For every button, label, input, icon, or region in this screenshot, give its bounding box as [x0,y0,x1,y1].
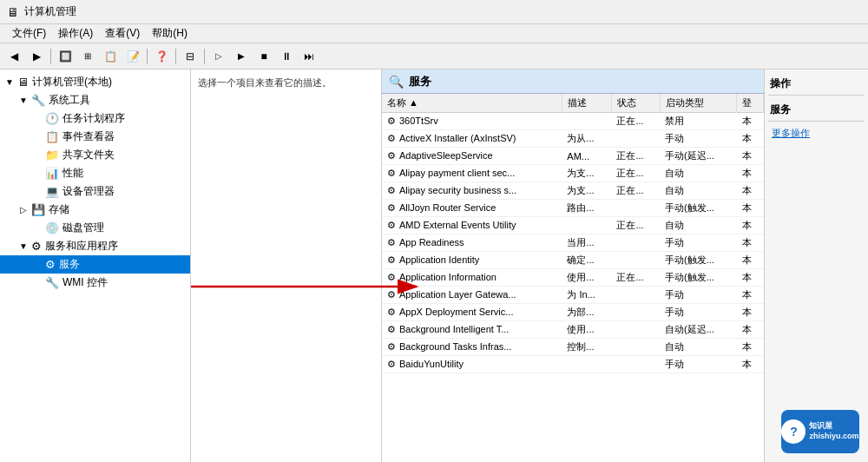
cell-8-0: ⚙Application Identity [382,252,562,269]
cell-0-2: 正在... [611,113,660,130]
view1-button[interactable]: 🔲 [55,47,76,66]
tree-item-7[interactable]: ▷💾存储 [0,201,190,219]
cell-5-2 [611,200,660,217]
tree-item-0[interactable]: ▼🖥计算机管理(本地) [0,73,190,91]
tree-button[interactable]: ⊟ [180,47,201,66]
service-gear-icon: ⚙ [387,324,396,334]
table-row[interactable]: ⚙AdaptiveSleepServiceAM...正在...手动(延迟...本 [382,148,764,165]
tree-label-5: 性能 [62,166,83,181]
cell-10-4: 本 [737,287,764,304]
table-row[interactable]: ⚙BaiduYunUtility手动本 [382,356,764,373]
cell-1-4: 本 [737,130,764,148]
help-button[interactable]: ❓ [151,47,172,66]
col-header-status[interactable]: 状态 [611,94,660,113]
table-row[interactable]: ⚙AllJoyn Router Service路由...手动(触发...本 [382,200,764,217]
copy-button[interactable]: 📋 [100,47,121,66]
action-panel: 操作 服务 更多操作 [764,69,868,462]
cell-0-1 [562,113,611,130]
title-bar-icon: 🖥 [7,5,19,19]
view2-button[interactable]: ⊞ [77,47,98,66]
cell-9-1: 使用... [562,269,611,287]
tree-icon-8: 💿 [45,221,59,234]
cell-0-0: ⚙360TtSrv [382,113,562,130]
services-table[interactable]: 名称 ▲描述状态启动类型登 ⚙360TtSrv正在...禁用本⚙ActiveX … [382,94,764,462]
col-header-name[interactable]: 名称 ▲ [382,94,562,113]
tree-item-2[interactable]: 🕐任务计划程序 [0,109,190,128]
col-header-startup[interactable]: 启动类型 [660,94,737,113]
forward-button[interactable]: ▶ [26,47,47,66]
cell-13-1: 控制... [562,339,611,356]
cell-7-4: 本 [737,234,764,252]
stop-button[interactable]: ■ [253,47,274,66]
tree-icon-11: 🔧 [45,276,59,289]
tree-label-0: 计算机管理(本地) [32,75,112,89]
cell-13-0: ⚙Background Tasks Infras... [382,339,562,356]
tree-item-5[interactable]: 📊性能 [0,164,190,182]
col-header-desc[interactable]: 描述 [562,94,611,113]
menu-item-file[interactable]: 文件(F) [7,24,51,43]
table-row[interactable]: ⚙Application Identity确定...手动(触发...本 [382,252,764,269]
table-row[interactable]: ⚙360TtSrv正在...禁用本 [382,113,764,130]
toolbar-sep-1 [50,49,51,64]
cell-7-1: 当用... [562,234,611,252]
pause-button[interactable]: ⏸ [276,47,297,66]
col-header-logon[interactable]: 登 [737,94,764,113]
tree-item-4[interactable]: 📁共享文件夹 [0,146,190,164]
service-gear-icon: ⚙ [387,150,396,161]
service-gear-icon: ⚙ [387,341,396,352]
watermark-icon: ? [781,419,806,444]
tree-item-8[interactable]: 💿磁盘管理 [0,219,190,237]
action-service-title: 服务 [768,99,865,122]
cell-13-2 [611,339,660,356]
action-panel-title: 操作 [768,73,865,96]
tree-item-9[interactable]: ▼⚙服务和应用程序 [0,237,190,255]
toolbar-sep-2 [147,49,148,64]
middle-panel: 选择一个项目来查看它的描述。 [191,69,382,462]
table-row[interactable]: ⚙Background Tasks Infras...控制...自动本 [382,339,764,356]
tree-item-1[interactable]: ▼🔧系统工具 [0,91,190,109]
service-gear-icon: ⚙ [387,202,396,213]
cell-8-2 [611,252,660,269]
tree-item-11[interactable]: 🔧WMI 控件 [0,274,190,292]
cell-10-3: 手动 [660,287,737,304]
cell-14-0: ⚙BaiduYunUtility [382,356,562,373]
tree-expand-1: ▼ [17,96,30,105]
play2-button[interactable]: ▶ [231,47,252,66]
table-row[interactable]: ⚙AppX Deployment Servic...为部...手动本 [382,304,764,321]
cell-11-0: ⚙AppX Deployment Servic... [382,304,562,321]
play-button[interactable]: ▷ [208,47,229,66]
tree-item-3[interactable]: 📋事件查看器 [0,128,190,146]
tree-label-11: WMI 控件 [62,275,108,290]
tree-label-10: 服务 [59,257,80,272]
tree-item-10[interactable]: ⚙服务 [0,255,190,274]
table-row[interactable]: ⚙Alipay payment client sec...为支...正在...自… [382,165,764,182]
cell-4-2: 正在... [611,182,660,200]
table-row[interactable]: ⚙Application Information使用...正在...手动(触发.… [382,269,764,287]
table-row[interactable]: ⚙Background Intelligent T...使用...自动(延迟..… [382,321,764,339]
cell-4-0: ⚙Alipay security business s... [382,182,562,200]
paste-button[interactable]: 📝 [122,47,143,66]
description-text: 选择一个项目来查看它的描述。 [198,77,332,88]
tree-icon-2: 🕐 [45,112,59,125]
menu-item-action[interactable]: 操作(A) [53,24,98,43]
cell-12-4: 本 [737,321,764,339]
cell-1-3: 手动 [660,130,737,148]
cell-3-4: 本 [737,165,764,182]
table-row[interactable]: ⚙Alipay security business s...为支...正在...… [382,182,764,200]
back-button[interactable]: ◀ [3,47,24,66]
table-row[interactable]: ⚙ActiveX Installer (AxInstSV)为从...手动本 [382,130,764,148]
menu-item-view[interactable]: 查看(V) [100,24,145,43]
cell-4-3: 自动 [660,182,737,200]
cell-4-4: 本 [737,182,764,200]
table-row[interactable]: ⚙AMD External Events Utility正在...自动本 [382,217,764,234]
cell-11-2 [611,304,660,321]
table-row[interactable]: ⚙App Readiness当用...手动本 [382,234,764,252]
next-button[interactable]: ⏭ [299,47,319,66]
cell-1-2 [611,130,660,148]
tree-icon-4: 📁 [45,148,59,162]
table-row[interactable]: ⚙Application Layer Gatewa...为 In...手动本 [382,287,764,304]
menu-item-help[interactable]: 帮助(H) [147,24,193,43]
more-actions-link[interactable]: 更多操作 [768,125,865,142]
tree-item-6[interactable]: 💻设备管理器 [0,182,190,201]
cell-8-4: 本 [737,252,764,269]
